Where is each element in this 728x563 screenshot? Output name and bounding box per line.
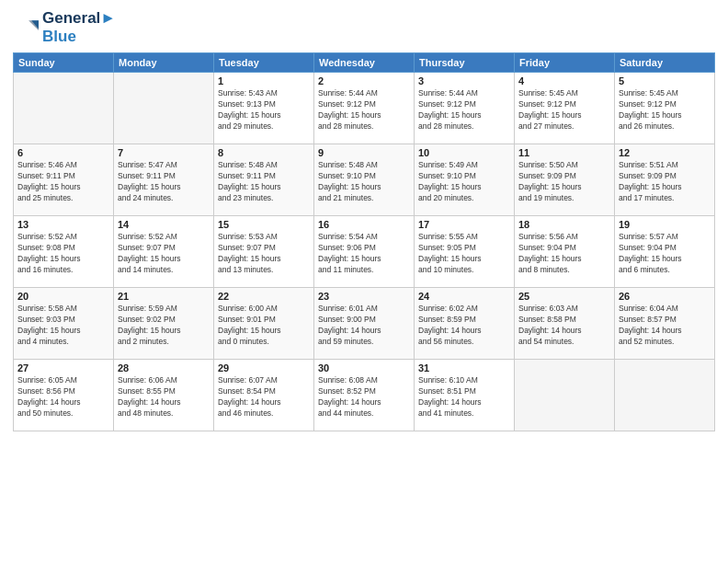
day-number: 30: [318, 362, 410, 373]
day-number: 1: [218, 75, 310, 86]
page: General► Blue SundayMondayTuesdayWednesd…: [0, 0, 728, 563]
day-info: Sunrise: 6:06 AM Sunset: 8:55 PM Dayligh…: [118, 375, 210, 419]
day-info: Sunrise: 6:07 AM Sunset: 8:54 PM Dayligh…: [218, 375, 310, 419]
day-info: Sunrise: 6:01 AM Sunset: 9:00 PM Dayligh…: [318, 304, 410, 348]
day-number: 9: [318, 147, 410, 158]
calendar-week-row: 27Sunrise: 6:05 AM Sunset: 8:56 PM Dayli…: [14, 360, 715, 431]
calendar-week-row: 13Sunrise: 5:52 AM Sunset: 9:08 PM Dayli…: [14, 216, 715, 288]
calendar-cell: 3Sunrise: 5:44 AM Sunset: 9:12 PM Daylig…: [415, 73, 515, 144]
day-info: Sunrise: 5:48 AM Sunset: 9:10 PM Dayligh…: [318, 160, 410, 204]
day-number: 12: [619, 147, 711, 158]
day-info: Sunrise: 5:51 AM Sunset: 9:09 PM Dayligh…: [619, 160, 711, 204]
day-number: 27: [17, 362, 109, 373]
day-info: Sunrise: 5:43 AM Sunset: 9:13 PM Dayligh…: [218, 88, 310, 132]
day-number: 6: [17, 147, 109, 158]
day-info: Sunrise: 5:49 AM Sunset: 9:10 PM Dayligh…: [418, 160, 510, 204]
day-number: 8: [218, 147, 310, 158]
day-info: Sunrise: 5:55 AM Sunset: 9:05 PM Dayligh…: [418, 232, 510, 276]
day-info: Sunrise: 5:44 AM Sunset: 9:12 PM Dayligh…: [418, 88, 510, 132]
day-number: 28: [118, 362, 210, 373]
header-day: Tuesday: [214, 53, 314, 73]
header-day: Friday: [515, 53, 615, 73]
day-info: Sunrise: 6:00 AM Sunset: 9:01 PM Dayligh…: [218, 304, 310, 348]
day-info: Sunrise: 5:50 AM Sunset: 9:09 PM Dayligh…: [518, 160, 610, 204]
day-number: 14: [118, 219, 210, 230]
day-number: 18: [518, 219, 610, 230]
day-info: Sunrise: 5:45 AM Sunset: 9:12 PM Dayligh…: [619, 88, 711, 132]
calendar-cell: 26Sunrise: 6:04 AM Sunset: 8:57 PM Dayli…: [615, 288, 715, 360]
day-number: 23: [318, 291, 410, 302]
day-number: 2: [318, 75, 410, 86]
day-info: Sunrise: 5:52 AM Sunset: 9:08 PM Dayligh…: [17, 232, 109, 276]
header-day: Monday: [114, 53, 214, 73]
day-info: Sunrise: 5:54 AM Sunset: 9:06 PM Dayligh…: [318, 232, 410, 276]
day-info: Sunrise: 6:05 AM Sunset: 8:56 PM Dayligh…: [17, 375, 109, 419]
day-number: 16: [318, 219, 410, 230]
calendar-cell: 9Sunrise: 5:48 AM Sunset: 9:10 PM Daylig…: [314, 144, 415, 216]
day-number: 13: [17, 219, 109, 230]
calendar-cell: 4Sunrise: 5:45 AM Sunset: 9:12 PM Daylig…: [515, 73, 615, 144]
logo: General► Blue: [13, 9, 116, 45]
day-info: Sunrise: 5:46 AM Sunset: 9:11 PM Dayligh…: [17, 160, 109, 204]
day-number: 29: [218, 362, 310, 373]
day-number: 31: [418, 362, 510, 373]
calendar-cell: 30Sunrise: 6:08 AM Sunset: 8:52 PM Dayli…: [314, 360, 415, 431]
day-number: 24: [418, 291, 510, 302]
header-day: Wednesday: [314, 53, 415, 73]
day-number: 15: [218, 219, 310, 230]
day-info: Sunrise: 5:45 AM Sunset: 9:12 PM Dayligh…: [518, 88, 610, 132]
calendar-cell: [615, 360, 715, 431]
day-info: Sunrise: 5:44 AM Sunset: 9:12 PM Dayligh…: [318, 88, 410, 132]
day-info: Sunrise: 5:47 AM Sunset: 9:11 PM Dayligh…: [118, 160, 210, 204]
day-number: 19: [619, 219, 711, 230]
day-number: 26: [619, 291, 711, 302]
day-number: 5: [619, 75, 711, 86]
calendar-cell: 31Sunrise: 6:10 AM Sunset: 8:51 PM Dayli…: [415, 360, 515, 431]
svg-marker-1: [28, 20, 39, 30]
calendar-table: SundayMondayTuesdayWednesdayThursdayFrid…: [13, 52, 715, 431]
calendar-cell: 10Sunrise: 5:49 AM Sunset: 9:10 PM Dayli…: [415, 144, 515, 216]
day-info: Sunrise: 6:02 AM Sunset: 8:59 PM Dayligh…: [418, 304, 510, 348]
day-number: 21: [118, 291, 210, 302]
day-number: 3: [418, 75, 510, 86]
calendar-cell: 29Sunrise: 6:07 AM Sunset: 8:54 PM Dayli…: [214, 360, 314, 431]
calendar-cell: 27Sunrise: 6:05 AM Sunset: 8:56 PM Dayli…: [14, 360, 114, 431]
day-number: 4: [518, 75, 610, 86]
calendar-cell: [515, 360, 615, 431]
header-day: Thursday: [415, 53, 515, 73]
calendar-cell: 23Sunrise: 6:01 AM Sunset: 9:00 PM Dayli…: [314, 288, 415, 360]
day-info: Sunrise: 6:03 AM Sunset: 8:58 PM Dayligh…: [518, 304, 610, 348]
calendar-cell: 1Sunrise: 5:43 AM Sunset: 9:13 PM Daylig…: [214, 73, 314, 144]
calendar-cell: 19Sunrise: 5:57 AM Sunset: 9:04 PM Dayli…: [615, 216, 715, 288]
calendar-cell: [114, 73, 214, 144]
calendar-cell: 16Sunrise: 5:54 AM Sunset: 9:06 PM Dayli…: [314, 216, 415, 288]
day-number: 25: [518, 291, 610, 302]
day-info: Sunrise: 6:04 AM Sunset: 8:57 PM Dayligh…: [619, 304, 711, 348]
calendar-cell: 15Sunrise: 5:53 AM Sunset: 9:07 PM Dayli…: [214, 216, 314, 288]
header-day: Saturday: [615, 53, 715, 73]
calendar-cell: [14, 73, 114, 144]
calendar-cell: 14Sunrise: 5:52 AM Sunset: 9:07 PM Dayli…: [114, 216, 214, 288]
header-day: Sunday: [14, 53, 114, 73]
day-number: 17: [418, 219, 510, 230]
day-info: Sunrise: 6:10 AM Sunset: 8:51 PM Dayligh…: [418, 375, 510, 419]
calendar-cell: 11Sunrise: 5:50 AM Sunset: 9:09 PM Dayli…: [515, 144, 615, 216]
calendar-cell: 5Sunrise: 5:45 AM Sunset: 9:12 PM Daylig…: [615, 73, 715, 144]
day-number: 7: [118, 147, 210, 158]
calendar-cell: 20Sunrise: 5:58 AM Sunset: 9:03 PM Dayli…: [14, 288, 114, 360]
day-info: Sunrise: 5:56 AM Sunset: 9:04 PM Dayligh…: [518, 232, 610, 276]
calendar-week-row: 6Sunrise: 5:46 AM Sunset: 9:11 PM Daylig…: [14, 144, 715, 216]
calendar-cell: 6Sunrise: 5:46 AM Sunset: 9:11 PM Daylig…: [14, 144, 114, 216]
header-row: SundayMondayTuesdayWednesdayThursdayFrid…: [14, 53, 715, 73]
calendar-week-row: 20Sunrise: 5:58 AM Sunset: 9:03 PM Dayli…: [14, 288, 715, 360]
calendar-cell: 21Sunrise: 5:59 AM Sunset: 9:02 PM Dayli…: [114, 288, 214, 360]
day-number: 11: [518, 147, 610, 158]
header: General► Blue: [13, 9, 715, 45]
day-info: Sunrise: 5:57 AM Sunset: 9:04 PM Dayligh…: [619, 232, 711, 276]
calendar-cell: 12Sunrise: 5:51 AM Sunset: 9:09 PM Dayli…: [615, 144, 715, 216]
day-info: Sunrise: 5:53 AM Sunset: 9:07 PM Dayligh…: [218, 232, 310, 276]
day-number: 20: [17, 291, 109, 302]
day-info: Sunrise: 6:08 AM Sunset: 8:52 PM Dayligh…: [318, 375, 410, 419]
day-number: 10: [418, 147, 510, 158]
calendar-week-row: 1Sunrise: 5:43 AM Sunset: 9:13 PM Daylig…: [14, 73, 715, 144]
